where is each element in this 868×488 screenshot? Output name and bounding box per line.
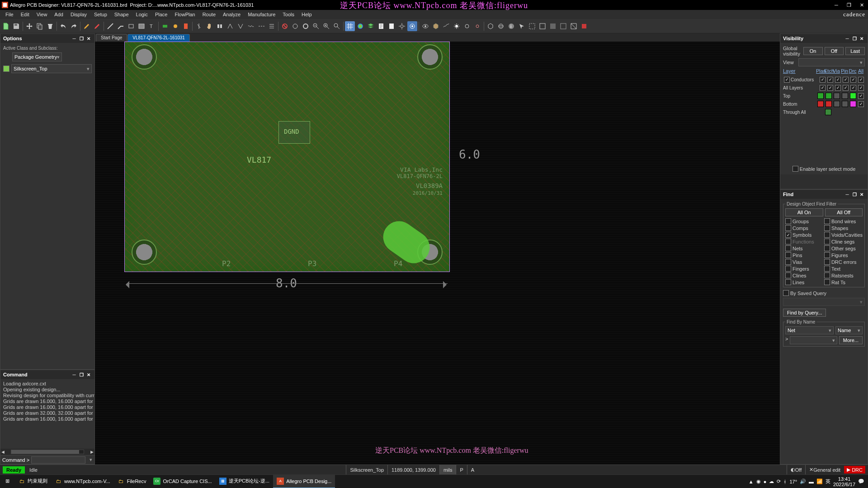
subclass-combo[interactable]: Silkscreen_Top bbox=[11, 64, 92, 73]
find-symbols-checkbox[interactable] bbox=[785, 232, 791, 238]
zoom-out-icon[interactable] bbox=[311, 21, 321, 31]
vertex-icon[interactable] bbox=[225, 21, 235, 31]
slide-icon[interactable] bbox=[215, 21, 225, 31]
new-icon[interactable] bbox=[1, 21, 11, 31]
menu-file[interactable]: File bbox=[2, 11, 17, 18]
menu-flowplan[interactable]: FlowPlan bbox=[171, 11, 198, 18]
snake-icon[interactable] bbox=[246, 21, 256, 31]
eye-icon[interactable] bbox=[420, 21, 430, 31]
find-comps-checkbox[interactable] bbox=[785, 225, 791, 231]
find-clines-checkbox[interactable] bbox=[785, 272, 791, 278]
find-fingers-checkbox[interactable] bbox=[785, 266, 791, 272]
options-min-icon[interactable]: ─ bbox=[71, 35, 77, 42]
report-icon[interactable] bbox=[376, 21, 386, 31]
vis-max-icon[interactable]: ❐ bbox=[851, 35, 858, 42]
hdr-all[interactable]: All bbox=[857, 68, 865, 74]
tray-icon[interactable]: ▲ bbox=[749, 479, 754, 484]
menu-display[interactable]: Display bbox=[67, 11, 90, 18]
layer-icon[interactable] bbox=[366, 21, 376, 31]
menu-analyze[interactable]: Analyze bbox=[219, 11, 244, 18]
hdr-etch[interactable]: Etch bbox=[824, 68, 832, 74]
saved-query-checkbox[interactable] bbox=[783, 290, 789, 296]
dash-icon[interactable] bbox=[256, 21, 266, 31]
tray-ime[interactable]: 英 bbox=[826, 478, 830, 485]
bright-icon[interactable] bbox=[452, 21, 462, 31]
cmd-history-dropdown[interactable]: ▾ bbox=[87, 457, 94, 463]
status-p[interactable]: P bbox=[456, 465, 467, 474]
find-voidscavities-checkbox[interactable] bbox=[824, 232, 830, 238]
find-min-icon[interactable]: ─ bbox=[844, 191, 850, 197]
status-units[interactable]: mils bbox=[439, 465, 456, 474]
save-icon[interactable] bbox=[11, 21, 21, 31]
tray-vol-icon[interactable]: 🔊 bbox=[800, 479, 806, 484]
place-icon[interactable] bbox=[160, 21, 170, 31]
bot-etch-swatch[interactable] bbox=[826, 101, 832, 107]
find-nets-checkbox[interactable] bbox=[785, 245, 791, 251]
sel4-icon[interactable] bbox=[558, 21, 568, 31]
class-combo[interactable]: Package Geometry bbox=[12, 52, 62, 61]
all-on-button[interactable]: All On bbox=[785, 208, 823, 216]
dehighlight-icon[interactable] bbox=[92, 21, 102, 31]
find-groups-checkbox[interactable] bbox=[785, 218, 791, 224]
find-by-query-button[interactable]: Find by Query... bbox=[783, 309, 826, 317]
more-button[interactable]: More... bbox=[839, 336, 863, 344]
heat-icon[interactable] bbox=[181, 21, 191, 31]
arrow-icon[interactable] bbox=[517, 21, 527, 31]
sel5-icon[interactable] bbox=[569, 21, 579, 31]
hdr-layer[interactable]: Layer bbox=[783, 68, 816, 74]
minimize-button[interactable]: ─ bbox=[830, 0, 843, 10]
find-figures-checkbox[interactable] bbox=[824, 252, 830, 258]
tray-wifi-icon[interactable]: 📶 bbox=[816, 479, 823, 484]
menu-logic[interactable]: Logic bbox=[132, 11, 151, 18]
cmd-max-icon[interactable]: ❐ bbox=[78, 371, 85, 378]
subclass-swatch[interactable] bbox=[3, 66, 9, 72]
info-icon[interactable]: i bbox=[506, 21, 516, 31]
all-all[interactable] bbox=[858, 85, 864, 91]
wave-icon[interactable] bbox=[441, 21, 451, 31]
system-tray[interactable]: ▲ ◉ ● ☁ ⟳ ᚼ 17° 🔊 ▬ 📶 英 13:412022/6/17 💬 bbox=[745, 476, 868, 487]
circle-icon[interactable] bbox=[290, 21, 300, 31]
menu-edit[interactable]: Edit bbox=[17, 11, 33, 18]
global-off-button[interactable]: Off bbox=[825, 47, 844, 55]
task-orcad[interactable]: OrOrCAD Capture CIS... bbox=[150, 475, 215, 488]
sun-icon[interactable] bbox=[170, 21, 180, 31]
tray-cloud-icon[interactable]: ☁ bbox=[769, 479, 774, 484]
tray-batt-icon[interactable]: ▬ bbox=[809, 479, 814, 484]
hdr-plan[interactable]: Plan bbox=[816, 68, 824, 74]
sel2-icon[interactable] bbox=[538, 21, 547, 31]
start-button[interactable]: ⊞ bbox=[0, 475, 14, 488]
target-icon[interactable] bbox=[407, 21, 417, 31]
color-icon[interactable] bbox=[355, 21, 365, 31]
maximize-button[interactable]: ❐ bbox=[843, 0, 855, 10]
tab-design[interactable]: VL817-QFN76-2L-161031 bbox=[127, 34, 190, 42]
global-last-button[interactable]: Last bbox=[845, 47, 865, 55]
vis-min-icon[interactable]: ─ bbox=[844, 35, 850, 42]
cond-etch[interactable] bbox=[827, 77, 833, 83]
find-lines-checkbox[interactable] bbox=[785, 279, 791, 285]
bot-drc-swatch[interactable] bbox=[850, 101, 856, 107]
report2-icon[interactable] bbox=[387, 21, 396, 31]
tray-sync-icon[interactable]: ⟳ bbox=[777, 479, 781, 484]
bot-all-checkbox[interactable] bbox=[858, 101, 864, 107]
find-bondwires-checkbox[interactable] bbox=[824, 218, 830, 224]
command-input[interactable] bbox=[31, 456, 85, 464]
highlight-icon[interactable] bbox=[82, 21, 92, 31]
find-clinesegs-checkbox[interactable] bbox=[824, 239, 830, 244]
zoom-in-icon[interactable] bbox=[321, 21, 331, 31]
tab-start-page[interactable]: Start Page bbox=[96, 34, 127, 42]
options-max-icon[interactable]: ❐ bbox=[78, 35, 85, 42]
find-type-combo[interactable]: Net bbox=[785, 326, 834, 334]
find-drcerrors-checkbox[interactable] bbox=[824, 259, 830, 265]
delete-icon[interactable] bbox=[45, 21, 55, 31]
task-folder-1[interactable]: 🗀约束规则 bbox=[14, 475, 51, 488]
zoom-fit-icon[interactable] bbox=[332, 21, 342, 31]
cmd-close-icon[interactable]: ✕ bbox=[85, 371, 92, 378]
bot-plan-swatch[interactable] bbox=[817, 101, 824, 107]
cond-drc[interactable] bbox=[850, 77, 856, 83]
all-pin[interactable] bbox=[843, 85, 849, 91]
hand-icon[interactable] bbox=[204, 21, 214, 31]
vertex2-icon[interactable] bbox=[236, 21, 245, 31]
top-all-checkbox[interactable] bbox=[858, 93, 864, 99]
3d-icon[interactable] bbox=[486, 21, 495, 31]
hdr-via[interactable]: Via bbox=[832, 68, 840, 74]
